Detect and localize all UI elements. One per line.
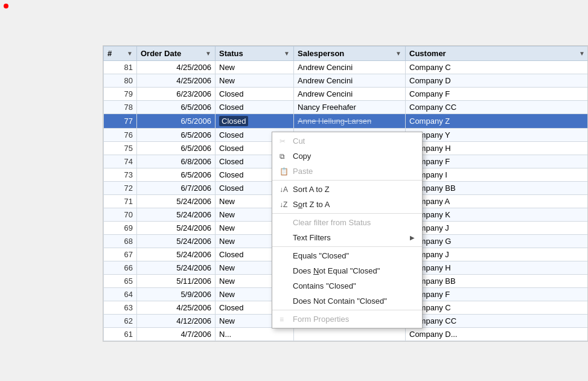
cell-customer: Company Y	[406, 129, 589, 142]
col-num-label: #	[107, 49, 112, 58]
col-header-num[interactable]: # ▼	[104, 46, 137, 61]
cell-num: 79	[104, 88, 137, 101]
table-row[interactable]: 776/5/2006ClosedAnne Hellung-LarsenCompa…	[104, 114, 589, 129]
ctx-item-text-filters[interactable]: Text Filters▶	[272, 230, 422, 245]
ctx-submenu-arrow-text-filters: ▶	[410, 234, 415, 241]
cell-num: 70	[104, 208, 137, 222]
ctx-item-sort-az[interactable]: ↓ASort A to Z	[272, 182, 422, 197]
ctx-label-not-contain: Does Not Contain "Closed"	[293, 296, 415, 306]
cell-customer: Company G	[406, 235, 589, 248]
cell-num: 74	[104, 155, 137, 168]
ctx-icon-sort-za: ↓Z	[280, 200, 293, 209]
ctx-icon-copy: ⧉	[280, 152, 293, 161]
ctx-item-equals[interactable]: Equals "Closed"	[272, 248, 422, 263]
cell-date: 5/24/2006	[137, 222, 216, 235]
table-row[interactable]: 614/7/2006N...Company D...	[104, 328, 589, 341]
ctx-item-not-equal[interactable]: Does Not Equal "Closed"	[272, 263, 422, 278]
cell-num: 78	[104, 101, 137, 114]
cell-customer: Company CC	[406, 315, 589, 328]
cell-num: 69	[104, 222, 137, 235]
cell-status: Closed	[216, 88, 294, 101]
ctx-label-paste: Paste	[293, 167, 415, 176]
ctx-separator	[272, 180, 422, 181]
col-date-label: Order Date	[141, 49, 181, 58]
cell-num: 72	[104, 182, 137, 195]
cell-customer: Company C	[406, 61, 589, 74]
ctx-label-sort-az: Sort A to Z	[293, 185, 415, 194]
cell-num: 75	[104, 142, 137, 155]
cell-num: 71	[104, 195, 137, 208]
cell-customer: Company CC	[406, 101, 589, 114]
ctx-label-contains: Contains "Closed"	[293, 281, 415, 290]
ctx-icon-cut: ✂	[280, 137, 293, 146]
red-dot	[4, 4, 8, 8]
cell-num: 61	[104, 328, 137, 341]
cell-salesperson: Andrew Cencini	[294, 61, 406, 74]
cell-status: Closed	[216, 101, 294, 114]
cell-customer: Company H	[406, 142, 589, 155]
cell-date: 5/11/2006	[137, 275, 216, 288]
cell-date: 4/7/2006	[137, 328, 216, 341]
cell-num: 73	[104, 168, 137, 182]
cell-salesperson	[294, 328, 406, 341]
col-date-filter-icon[interactable]: ▼	[205, 50, 211, 57]
cell-customer: Company K	[406, 208, 589, 222]
cell-num: 62	[104, 315, 137, 328]
ctx-item-cut: ✂Cut	[272, 133, 422, 149]
col-header-date[interactable]: Order Date ▼	[137, 46, 216, 61]
ctx-label-form-props: Form Properties	[293, 315, 415, 324]
cell-status: N...	[216, 328, 294, 341]
cell-customer: Company H	[406, 261, 589, 275]
col-sales-filter-icon[interactable]: ▼	[395, 50, 401, 57]
ctx-item-not-contain[interactable]: Does Not Contain "Closed"	[272, 293, 422, 309]
table-row[interactable]: 796/23/2006ClosedAndrew CenciniCompany F	[104, 88, 589, 101]
cell-date: 5/24/2006	[137, 208, 216, 222]
cell-customer: Company I	[406, 168, 589, 182]
cell-date: 4/12/2006	[137, 315, 216, 328]
ctx-separator	[272, 310, 422, 310]
col-header-status[interactable]: Status ▼	[216, 46, 294, 61]
table-row[interactable]: 804/25/2006NewAndrew CenciniCompany D	[104, 74, 589, 88]
ctx-separator	[272, 213, 422, 214]
ctx-item-clear-filter: Clear filter from Status	[272, 215, 422, 230]
cell-customer: Company F	[406, 155, 589, 168]
cell-num: 77	[104, 114, 137, 129]
cell-status: New	[216, 74, 294, 88]
table-header: # ▼ Order Date ▼ Status ▼	[104, 46, 589, 61]
cell-date: 4/25/2006	[137, 301, 216, 315]
cell-salesperson: Andrew Cencini	[294, 74, 406, 88]
col-header-customer[interactable]: Customer ▼	[406, 46, 589, 61]
table-row[interactable]: 786/5/2006ClosedNancy FreehaferCompany C…	[104, 101, 589, 114]
ctx-item-paste: 📋Paste	[272, 164, 422, 179]
cell-date: 5/24/2006	[137, 235, 216, 248]
cell-customer: Company F	[406, 288, 589, 301]
ctx-label-equals: Equals "Closed"	[293, 251, 415, 260]
table-row[interactable]: 814/25/2006NewAndrew CenciniCompany C	[104, 61, 589, 74]
col-sales-label: Salesperson	[298, 49, 344, 58]
cell-num: 80	[104, 74, 137, 88]
cell-num: 81	[104, 61, 137, 74]
col-header-salesperson[interactable]: Salesperson ▼	[294, 46, 406, 61]
col-cust-label: Customer	[409, 49, 446, 58]
col-num-filter-icon[interactable]: ▼	[127, 50, 133, 57]
cell-num: 68	[104, 235, 137, 248]
cell-date: 5/24/2006	[137, 248, 216, 261]
col-status-filter-icon[interactable]: ▼	[284, 50, 290, 57]
ctx-item-sort-za[interactable]: ↓ZSort Z to A	[272, 197, 422, 212]
cell-date: 6/5/2006	[137, 168, 216, 182]
cell-num: 66	[104, 261, 137, 275]
ctx-label-copy: Copy	[293, 152, 415, 161]
col-cust-filter-icon[interactable]: ▼	[579, 50, 585, 57]
ctx-item-form-props: ≡Form Properties	[272, 312, 422, 327]
ctx-label-cut: Cut	[293, 136, 415, 146]
ctx-item-contains[interactable]: Contains "Closed"	[272, 278, 422, 293]
cell-num: 63	[104, 301, 137, 315]
cell-date: 6/23/2006	[137, 88, 216, 101]
cell-salesperson: Anne Hellung-Larsen	[294, 114, 406, 129]
cell-customer: Company BB	[406, 275, 589, 288]
cell-customer: Company J	[406, 248, 589, 261]
cell-customer: Company D...	[406, 328, 589, 341]
ctx-label-clear-filter: Clear filter from Status	[293, 218, 415, 227]
cell-status: Closed	[216, 114, 294, 129]
ctx-item-copy[interactable]: ⧉Copy	[272, 149, 422, 164]
